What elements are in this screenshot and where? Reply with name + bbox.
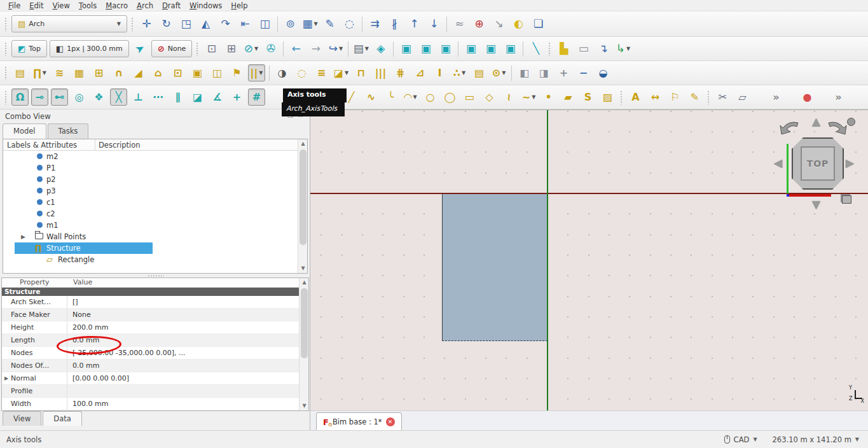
property-value[interactable]: 200.0 mm bbox=[67, 321, 308, 333]
draft-layer-button[interactable]: ❏ bbox=[530, 15, 547, 32]
property-value[interactable]: 0.0 mm bbox=[67, 334, 308, 346]
arch-cut-plane-button[interactable]: ◧ bbox=[516, 64, 533, 81]
arch-structure-dropdown-icon[interactable]: ▼ bbox=[43, 70, 46, 76]
clipping-plane-button[interactable]: ⊘▼ bbox=[242, 40, 259, 57]
draft-edit-button[interactable]: ✎ bbox=[321, 15, 338, 32]
element-selection-button[interactable]: ⊡ bbox=[203, 40, 220, 57]
arch-roof-button[interactable]: ◢ bbox=[130, 64, 147, 81]
arch-cut-line-button[interactable]: ◨ bbox=[535, 64, 553, 81]
property-row-width[interactable]: Width100.0 mm bbox=[2, 398, 308, 410]
scroll-down-icon[interactable]: ▼ bbox=[300, 402, 309, 410]
menu-arch[interactable]: Arch bbox=[132, 1, 158, 11]
snap-arrow-button[interactable]: ➤ bbox=[132, 40, 149, 57]
tree-item-m1[interactable]: m1 bbox=[3, 220, 307, 231]
arch-building-part-button[interactable]: ⊞ bbox=[90, 64, 107, 81]
arch-structure-button[interactable]: ∏▼ bbox=[31, 64, 48, 81]
expander-icon[interactable]: ▶ bbox=[2, 372, 11, 384]
expander-icon[interactable]: ▼ bbox=[8, 245, 13, 251]
tree-item-p2[interactable]: p2 bbox=[3, 174, 307, 185]
arch-remove-button[interactable]: − bbox=[575, 64, 592, 81]
menu-tools[interactable]: Tools bbox=[74, 1, 101, 11]
toolbar-handle[interactable] bbox=[131, 17, 134, 31]
property-value[interactable]: [-25,000.00 -35,000.00 0.00], ... bbox=[67, 347, 308, 359]
tree-item-c2[interactable]: c2 bbox=[3, 208, 307, 220]
snap-dimensions-button[interactable]: + bbox=[228, 88, 245, 106]
go-to-linked-dropdown-icon[interactable]: ▼ bbox=[339, 46, 343, 52]
arch-fence-button[interactable]: ⋕ bbox=[392, 64, 409, 81]
scroll-up-icon[interactable]: ▲ bbox=[300, 278, 309, 287]
arch-schedule-button[interactable]: ▤ bbox=[471, 64, 488, 81]
expander-icon[interactable]: ▶ bbox=[21, 234, 25, 240]
draft-array-dropdown-icon[interactable]: ▼ bbox=[313, 21, 317, 27]
draft-facebinder-button[interactable]: ▰ bbox=[560, 88, 577, 106]
arch-project-button[interactable]: ∩ bbox=[110, 64, 127, 81]
arch-section-plane-button[interactable]: ◑ bbox=[273, 64, 291, 81]
rotate-left-arrow-icon[interactable] bbox=[779, 120, 801, 139]
property-row-profile[interactable]: Profile bbox=[2, 385, 308, 398]
view-bottom-button[interactable]: ▣ bbox=[482, 40, 499, 57]
close-document-icon[interactable]: ✕ bbox=[386, 417, 395, 426]
arch-pipe-dropdown-icon[interactable]: ▼ bbox=[502, 70, 506, 76]
toolbar-overflow-2-button[interactable]: » bbox=[830, 88, 847, 106]
arch-survey-button[interactable]: ◒ bbox=[595, 64, 612, 81]
arch-column-tools-button[interactable]: ||| bbox=[372, 64, 389, 81]
draft-ellipse-button[interactable]: ◯ bbox=[441, 88, 458, 106]
view-front-button[interactable]: ▣ bbox=[397, 40, 415, 57]
tree-item-wall-points[interactable]: ▶Wall Points bbox=[3, 231, 307, 242]
arch-curtain-wall-button[interactable]: ▦ bbox=[71, 64, 88, 81]
std-export-button[interactable]: ↳▼ bbox=[614, 40, 631, 57]
tab-tasks[interactable]: Tasks bbox=[48, 123, 89, 139]
arch-site-button[interactable]: ⊡ bbox=[169, 64, 186, 81]
dimensions-caret-icon[interactable]: ▼ bbox=[855, 437, 859, 442]
tree-item-c1[interactable]: c1 bbox=[3, 197, 307, 208]
arch-reference-button[interactable]: ◌ bbox=[293, 64, 310, 81]
arch-space-button[interactable]: ▣ bbox=[189, 64, 206, 81]
tab-model[interactable]: Model bbox=[3, 123, 46, 139]
3d-viewport[interactable]: ▲ ◀ TOP ▶ ▼ Y Z X F Bim base : 1* ✕ bbox=[310, 109, 868, 430]
menu-help[interactable]: Help bbox=[226, 1, 252, 11]
scroll-up-icon[interactable]: ▲ bbox=[298, 139, 308, 148]
arch-wall-button[interactable]: ▤ bbox=[11, 64, 29, 81]
property-row-nodes[interactable]: Nodes[-25,000.00 -35,000.00 0.00], ... bbox=[2, 347, 308, 360]
nav-left-arrow-icon[interactable]: ◀ bbox=[774, 157, 782, 169]
menu-draft[interactable]: Draft bbox=[158, 1, 185, 11]
property-value[interactable]: None bbox=[67, 309, 308, 321]
tree-item-rectangle[interactable]: ▱Rectangle bbox=[3, 254, 307, 265]
clipping-plane-dropdown-icon[interactable]: ▼ bbox=[254, 46, 258, 52]
arch-add-button[interactable]: + bbox=[555, 64, 572, 81]
draft-label-button[interactable]: ⚐ bbox=[666, 88, 684, 106]
draft-point-button[interactable]: • bbox=[540, 88, 557, 106]
arch-truss-button[interactable]: ⊿ bbox=[411, 64, 429, 81]
arch-pipe-button[interactable]: ⊙▼ bbox=[490, 64, 507, 81]
property-row-nodes-of-[interactable]: Nodes Of...0.0 mm bbox=[2, 360, 308, 372]
draft-stretch-button[interactable]: ⇤ bbox=[237, 15, 254, 32]
draft-move-button[interactable]: ✛ bbox=[138, 15, 155, 32]
draft-wire-to-bspline-button[interactable]: ≈ bbox=[451, 15, 468, 32]
menu-macro[interactable]: Macro bbox=[101, 1, 132, 11]
draft-upgrade-button[interactable]: ↑ bbox=[406, 15, 423, 32]
tree-item-m2[interactable]: m2 bbox=[3, 151, 307, 162]
view-right-button[interactable]: ▣ bbox=[437, 40, 454, 57]
property-value[interactable]: [0.00 0.00 0.00] bbox=[67, 372, 308, 384]
tree-item-p3[interactable]: p3 bbox=[3, 185, 307, 197]
draw-style-dropdown-icon[interactable]: ▼ bbox=[365, 46, 369, 52]
draft-hatch-button[interactable]: ▨ bbox=[599, 88, 616, 106]
nav-forward-button[interactable]: → bbox=[307, 40, 324, 57]
draft-array-button[interactable]: ▦▼ bbox=[301, 15, 319, 32]
snap-extension-button[interactable]: ⋯ bbox=[149, 88, 167, 106]
nav-minicube-icon[interactable] bbox=[842, 195, 851, 204]
macro-record-button[interactable]: ● bbox=[799, 88, 816, 106]
property-row-face-maker[interactable]: Face MakerNone bbox=[2, 309, 308, 321]
std-export-dropdown-icon[interactable]: ▼ bbox=[626, 46, 630, 52]
go-to-linked-button[interactable]: ↪▼ bbox=[327, 40, 344, 57]
document-tab[interactable]: F Bim base : 1* ✕ bbox=[316, 412, 402, 431]
toolbar-handle[interactable] bbox=[196, 42, 199, 56]
arch-rebar-button[interactable]: ≋ bbox=[51, 64, 68, 81]
snap-intersection-button[interactable]: ╳ bbox=[110, 88, 127, 106]
view-rear-button[interactable]: ▣ bbox=[462, 40, 479, 57]
draft-downgrade-button[interactable]: ↓ bbox=[425, 15, 443, 32]
draft-polygon-button[interactable]: ◇ bbox=[481, 88, 498, 106]
draw-style-button[interactable]: ▤▼ bbox=[352, 40, 369, 57]
draft-arc-button[interactable]: ◠▼ bbox=[402, 88, 419, 106]
draft-dimension-button[interactable]: ↔ bbox=[647, 88, 664, 106]
